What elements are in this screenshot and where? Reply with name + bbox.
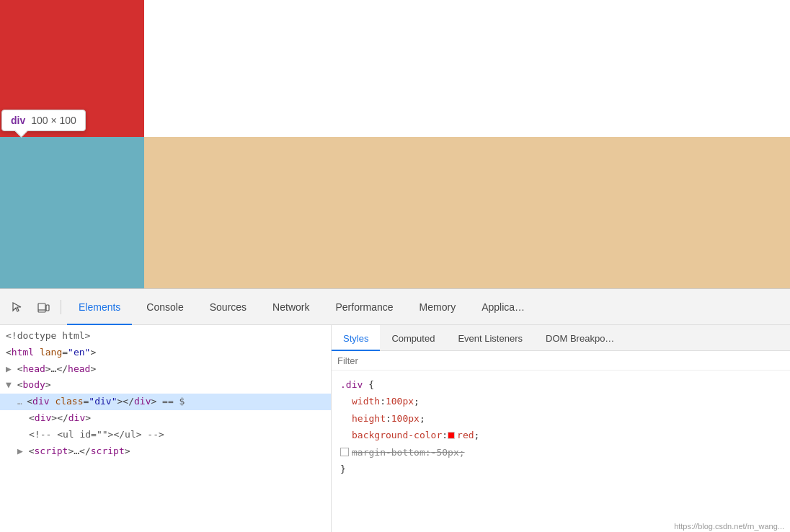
html-html-line[interactable]: <html lang="en"> xyxy=(0,345,331,361)
css-selector-text: .div xyxy=(340,379,368,390)
html-div2-line[interactable]: <div></div> xyxy=(0,410,331,427)
url-hint: https://blog.csdn.net/rn_wang... xyxy=(674,522,784,531)
devtools-panel: Elements Console Sources Network Perform… xyxy=(0,288,790,532)
blue-box xyxy=(0,137,144,288)
svg-rect-0 xyxy=(38,303,45,312)
tab-console[interactable]: Console xyxy=(135,289,195,325)
style-tab-styles[interactable]: Styles xyxy=(332,325,380,351)
color-swatch-red[interactable] xyxy=(448,432,455,439)
html-panel[interactable]: <!doctype html> <html lang="en"> ▶ <head… xyxy=(0,325,332,532)
page-content: div 100 × 100 xyxy=(0,0,790,288)
style-tab-dom-breakpoints[interactable]: DOM Breakpo… xyxy=(534,325,626,351)
css-selector-line: .div { xyxy=(340,376,781,393)
tooltip-size: 100 × 100 xyxy=(31,115,76,126)
html-comment-line[interactable]: <!-- <ul id=""></ul> --> xyxy=(0,427,331,443)
css-height-line: height: 100px; xyxy=(340,410,781,427)
tab-network[interactable]: Network xyxy=(261,289,321,325)
html-div-selected-line[interactable]: … <div class="div"></div> == $ xyxy=(0,394,331,410)
device-toolbar-icon[interactable] xyxy=(32,296,55,319)
devtools-body: <!doctype html> <html lang="en"> ▶ <head… xyxy=(0,325,790,532)
style-tab-computed[interactable]: Computed xyxy=(380,325,446,351)
tab-application[interactable]: Applica… xyxy=(470,289,536,325)
html-doctype-line[interactable]: <!doctype html> xyxy=(0,328,331,345)
svg-rect-1 xyxy=(46,305,49,311)
inspect-icon[interactable] xyxy=(6,296,29,319)
html-script-line[interactable]: ▶ <script>…</script> xyxy=(0,443,331,460)
styles-filter-input[interactable] xyxy=(337,355,784,366)
tab-memory[interactable]: Memory xyxy=(408,289,468,325)
tooltip-tag: div xyxy=(11,115,25,126)
styles-filter-bar xyxy=(332,351,790,371)
styles-panel: Styles Computed Event Listeners DOM Brea… xyxy=(332,325,790,532)
html-body-line[interactable]: ▼ <body> xyxy=(0,377,331,394)
devtools-body-wrapper: <!doctype html> <html lang="en"> ▶ <head… xyxy=(0,325,790,532)
doctype-text: <!doctype html> xyxy=(6,330,90,341)
style-tab-event-listeners[interactable]: Event Listeners xyxy=(446,325,534,351)
style-tabs: Styles Computed Event Listeners DOM Brea… xyxy=(332,325,790,351)
tab-performance[interactable]: Performance xyxy=(324,289,404,325)
toolbar-separator xyxy=(61,300,61,314)
html-head-line[interactable]: ▶ <head>…</head> xyxy=(0,361,331,378)
styles-content: .div { width: 100px; height: 100px; back… xyxy=(332,371,790,532)
tab-elements[interactable]: Elements xyxy=(67,289,132,325)
tan-box xyxy=(144,137,790,288)
devtools-toolbar: Elements Console Sources Network Perform… xyxy=(0,289,790,325)
element-tooltip: div 100 × 100 xyxy=(1,110,86,131)
property-checkbox[interactable] xyxy=(340,448,349,456)
css-rule: .div { width: 100px; height: 100px; back… xyxy=(340,376,781,477)
css-bgcolor-line: background-color: red; xyxy=(340,427,781,443)
tab-sources[interactable]: Sources xyxy=(198,289,258,325)
css-close-brace-line: } xyxy=(340,461,781,477)
css-width-line: width: 100px; xyxy=(340,393,781,409)
css-margin-line: margin-bottom: -50px; xyxy=(340,444,781,461)
